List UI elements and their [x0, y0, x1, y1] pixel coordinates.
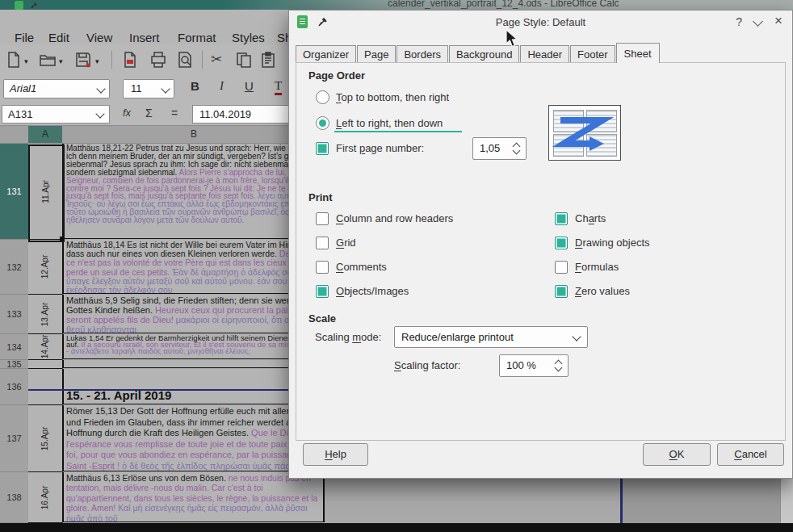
- open-dropdown-caret[interactable]: ▾: [59, 57, 63, 65]
- new-document-icon[interactable]: [5, 51, 23, 69]
- taskbar[interactable]: [0, 523, 793, 532]
- italic-button[interactable]: I: [220, 79, 224, 93]
- menu-file[interactable]: File: [15, 31, 34, 44]
- font-color-button[interactable]: T: [275, 79, 282, 95]
- window-titlebar[interactable]: calender_vertikal_portrait_12_4.ods - Li…: [0, 0, 793, 10]
- comments-checkbox[interactable]: [316, 261, 329, 274]
- objects-images-label[interactable]: Objects/Images: [336, 285, 409, 297]
- radio-left-to-right-label[interactable]: Left to right, then down: [336, 117, 443, 129]
- row-header-133[interactable]: 133: [0, 295, 29, 334]
- cell-b132[interactable]: Matthäus 18,14 Es ist nicht der Wille be…: [62, 240, 325, 294]
- grid-checkbox[interactable]: [316, 237, 329, 249]
- grid-label[interactable]: Grid: [336, 237, 356, 249]
- row-header-136[interactable]: 136: [0, 369, 29, 405]
- zero-values-checkbox[interactable]: [555, 285, 568, 298]
- open-icon[interactable]: [39, 51, 57, 69]
- new-document-dropdown-caret[interactable]: ▾: [24, 57, 28, 65]
- comments-label[interactable]: Comments: [336, 261, 387, 273]
- row-header-134[interactable]: 134: [0, 334, 29, 360]
- scaling-mode-dropdown[interactable]: Reduce/enlarge printout: [394, 326, 588, 348]
- scaling-factor-spinbox[interactable]: 100 %: [499, 354, 569, 377]
- radio-left-to-right[interactable]: [316, 116, 329, 130]
- name-box[interactable]: A131: [2, 105, 110, 124]
- cell-b134[interactable]: Lukas 1,54 Er gedenkt der Barmherzigkeit…: [62, 334, 325, 359]
- row-header-132[interactable]: 132: [0, 240, 29, 295]
- column-header-a[interactable]: A: [28, 126, 63, 144]
- cell-a137[interactable]: 15.Apr: [28, 405, 63, 472]
- corner-header[interactable]: [0, 126, 29, 144]
- dialog-titlebar[interactable]: Page Style: Default ? ×: [289, 10, 792, 35]
- row-header-135[interactable]: 135: [0, 360, 29, 369]
- zero-values-label[interactable]: Zero values: [575, 285, 630, 297]
- menu-view[interactable]: View: [86, 31, 112, 44]
- equals-icon[interactable]: =: [171, 107, 178, 119]
- cell-a134[interactable]: 14.Apr: [28, 334, 63, 360]
- spin-down-icon[interactable]: [513, 147, 521, 155]
- font-size-combo[interactable]: 11: [123, 79, 174, 98]
- sum-icon[interactable]: Σ: [145, 107, 153, 119]
- row-header-131[interactable]: 131: [0, 144, 29, 240]
- cancel-button[interactable]: Cancel: [717, 443, 784, 466]
- cell-a138[interactable]: 16.Apr: [28, 472, 63, 523]
- save-icon[interactable]: [74, 51, 92, 69]
- formulas-label[interactable]: Formulas: [575, 261, 619, 273]
- row-header-138[interactable]: 138: [0, 472, 29, 523]
- radio-top-to-bottom-label[interactable]: Top to bottom, then right: [336, 91, 449, 103]
- save-dropdown-caret[interactable]: ▾: [95, 57, 99, 65]
- tab-page[interactable]: Page: [357, 45, 396, 63]
- screen: calender_vertikal_portrait_12_4.ods - Li…: [0, 0, 793, 532]
- copy-icon[interactable]: [235, 51, 253, 69]
- export-pdf-icon[interactable]: [121, 51, 139, 69]
- drawing-objects-checkbox[interactable]: [555, 237, 568, 249]
- chevron-down-icon: [572, 332, 581, 341]
- help-icon[interactable]: ?: [736, 15, 742, 28]
- objects-images-checkbox[interactable]: [316, 285, 329, 298]
- close-icon[interactable]: ×: [774, 13, 783, 29]
- tab-borders[interactable]: Borders: [396, 45, 448, 63]
- function-wizard-icon[interactable]: fx: [123, 107, 131, 119]
- first-page-number-spinbox[interactable]: 1,05: [472, 137, 527, 160]
- tab-header[interactable]: Header: [520, 45, 569, 63]
- selection-fill-handle[interactable]: [60, 237, 64, 241]
- row-header-137[interactable]: 137: [0, 405, 29, 472]
- print-preview-icon[interactable]: [176, 51, 194, 69]
- tab-footer[interactable]: Footer: [570, 45, 615, 63]
- cell-a136[interactable]: [28, 369, 63, 405]
- column-row-headers-label[interactable]: Column and row headers: [336, 212, 453, 224]
- cell-b131[interactable]: Matthäus 18,21-22 Petrus trat zu Jesus u…: [62, 144, 325, 239]
- menu-format[interactable]: Format: [178, 31, 216, 44]
- cell-a135[interactable]: [28, 360, 63, 369]
- drawing-objects-label[interactable]: Drawing objects: [575, 237, 650, 249]
- first-page-number-checkbox[interactable]: [316, 142, 329, 155]
- first-page-number-label[interactable]: First page number:: [336, 142, 424, 154]
- cut-icon[interactable]: ✂: [211, 51, 229, 69]
- paste-icon[interactable]: [259, 51, 277, 69]
- ok-button[interactable]: OK: [643, 443, 711, 466]
- cell-b136[interactable]: 15. - 21. April 2019: [62, 369, 325, 404]
- formulas-checkbox[interactable]: [555, 261, 568, 274]
- cell-b133[interactable]: Matthäus 5,9 Selig sind, die Frieden sti…: [62, 295, 325, 333]
- tab-background[interactable]: Background: [449, 45, 519, 63]
- font-name-combo[interactable]: Arial1: [3, 79, 110, 98]
- cell-a132[interactable]: 12.Apr: [28, 240, 63, 295]
- bold-button[interactable]: B: [191, 79, 199, 93]
- column-row-headers-checkbox[interactable]: [316, 212, 329, 225]
- radio-top-to-bottom[interactable]: [316, 90, 329, 104]
- help-button[interactable]: Help: [303, 443, 368, 466]
- menu-edit[interactable]: Edit: [48, 31, 69, 44]
- spin-down-icon[interactable]: [555, 364, 563, 372]
- charts-label[interactable]: Charts: [575, 212, 606, 224]
- cell-a133[interactable]: 13.Apr: [28, 295, 63, 334]
- column-header-b[interactable]: B: [62, 126, 326, 144]
- menu-insert[interactable]: Insert: [129, 31, 160, 44]
- cell-b135[interactable]: [62, 360, 325, 368]
- menu-styles[interactable]: Styles: [232, 31, 265, 44]
- vertical-scrollbar[interactable]: [780, 479, 793, 523]
- cell-b137[interactable]: Römer 15,13 Der Gott der Hoffnung erfüll…: [62, 405, 325, 471]
- underline-button[interactable]: U: [245, 79, 254, 93]
- cell-b138[interactable]: Matthäus 6,13 Erlöse uns von dem Bösen. …: [62, 472, 325, 522]
- tab-sheet[interactable]: Sheet: [616, 43, 660, 63]
- print-icon[interactable]: [149, 51, 167, 69]
- tab-organizer[interactable]: Organizer: [296, 45, 356, 63]
- charts-checkbox[interactable]: [555, 212, 568, 225]
